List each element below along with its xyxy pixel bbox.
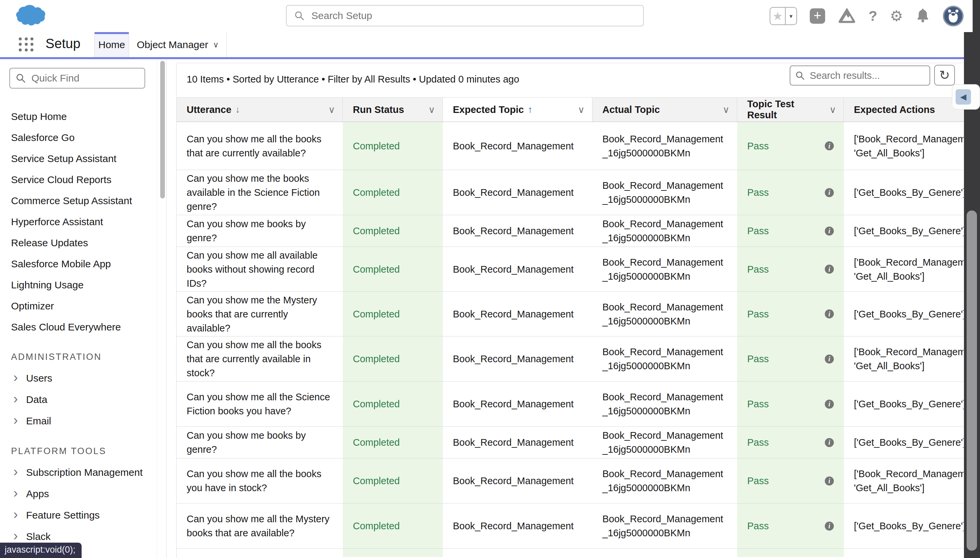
chevron-right-icon[interactable]: › xyxy=(13,471,26,473)
collapse-panel-button[interactable]: ◀ xyxy=(955,89,971,105)
run-status-value: Completed xyxy=(353,139,400,153)
sidebar-item[interactable]: Setup Home xyxy=(0,106,157,127)
global-search-box xyxy=(286,5,644,26)
expected-actions-cell: ['Get_Books_By_Genere'] xyxy=(844,170,964,215)
sidebar-item[interactable]: Release Updates xyxy=(0,232,157,253)
column-header-label: Topic Test Result xyxy=(747,98,825,121)
info-icon[interactable]: i xyxy=(825,309,834,318)
sidebar-group-item[interactable]: › Apps xyxy=(0,483,157,505)
column-menu-chevron-icon[interactable]: ∨ xyxy=(578,104,585,115)
cloud-icon xyxy=(9,3,49,30)
sidebar-group-item[interactable]: › Data xyxy=(0,389,157,410)
app-launcher-button[interactable] xyxy=(19,38,35,52)
expected-topic-cell: Book_Record_Management xyxy=(443,247,592,291)
test-result-value: Pass xyxy=(747,352,769,366)
chevron-right-icon[interactable]: › xyxy=(13,493,26,495)
column-header[interactable]: Expected Topic ↑ ∨ xyxy=(443,98,592,121)
topic-test-result-cell xyxy=(737,549,844,557)
chevron-down-icon: ∨ xyxy=(213,40,219,49)
sidebar-item[interactable]: Lightning Usage xyxy=(0,274,157,295)
actual-topic-cell: Book_Record_Management_16jg5000000BKMn xyxy=(592,382,737,426)
column-header[interactable]: Actual Topic ∨ xyxy=(592,98,737,121)
column-menu-chevron-icon[interactable]: ∨ xyxy=(428,104,435,115)
sidebar-group-item[interactable]: › Email xyxy=(0,410,157,432)
expected-actions-cell: ['Book_Record_Management', 'Get_All_Book… xyxy=(844,336,964,381)
column-header[interactable]: Topic Test Result ∨ xyxy=(737,98,844,121)
sidebar-group-item[interactable]: › Feature Settings xyxy=(0,505,157,526)
sidebar-item[interactable]: Sales Cloud Everywhere xyxy=(0,317,157,338)
topic-test-result-cell: Pass i xyxy=(737,458,844,503)
chevron-right-icon[interactable]: › xyxy=(13,536,26,538)
sidebar-item-label: Release Updates xyxy=(11,237,88,249)
trailhead-button[interactable] xyxy=(838,7,856,25)
refresh-button[interactable]: ↻ xyxy=(934,65,955,85)
results-search-input[interactable] xyxy=(810,70,913,81)
info-icon[interactable]: i xyxy=(825,265,834,274)
setup-gear-button[interactable]: ⚙ xyxy=(890,9,903,23)
info-icon[interactable]: i xyxy=(825,141,834,150)
sidebar-item-label: Service Setup Assistant xyxy=(11,153,116,164)
help-button[interactable]: ? xyxy=(869,8,877,24)
column-header[interactable]: Run Status ∨ xyxy=(343,98,443,121)
favorites-dropdown[interactable]: ▼ xyxy=(785,8,796,25)
sidebar-item[interactable]: Service Setup Assistant xyxy=(0,148,157,169)
info-icon[interactable]: i xyxy=(825,226,834,236)
info-icon[interactable]: i xyxy=(825,400,834,409)
table-row: Can you show me all the books that are c… xyxy=(176,336,964,382)
main-content: 10 Items • Sorted by Utterance • Filter … xyxy=(167,59,964,558)
salesforce-cloud-logo[interactable] xyxy=(9,3,49,31)
column-menu-chevron-icon[interactable]: ∨ xyxy=(723,104,730,115)
sidebar-section: ADMINISTRATION › Users › Data › Email xyxy=(0,346,157,432)
actual-topic-cell: Book_Record_Management_16jg5000000BKMn xyxy=(592,215,737,246)
global-search-input[interactable] xyxy=(311,10,619,21)
sidebar-group-item[interactable]: › Users xyxy=(0,368,157,389)
quick-create-button[interactable]: + xyxy=(810,8,825,24)
right-panel-edge-top xyxy=(973,0,980,32)
chevron-right-icon[interactable]: › xyxy=(13,399,26,400)
topic-test-result-cell: Pass i xyxy=(737,122,844,170)
sidebar-item-label: Subscription Management xyxy=(26,467,143,478)
sidebar-item[interactable]: Optimizer xyxy=(0,295,157,317)
column-header[interactable]: Expected Actions xyxy=(844,98,964,121)
sidebar-section-title: PLATFORM TOOLS xyxy=(0,440,157,462)
info-icon[interactable]: i xyxy=(825,188,834,197)
search-icon xyxy=(15,73,26,84)
sidebar-nav: Setup Home Salesforce Go Service Setup A… xyxy=(0,106,157,547)
column-menu-chevron-icon[interactable]: ∨ xyxy=(328,104,336,115)
sidebar-group-item[interactable]: › Subscription Management xyxy=(0,462,157,483)
page-scrollbar-thumb[interactable] xyxy=(967,210,977,551)
sidebar-item[interactable]: Service Cloud Reports xyxy=(0,169,157,190)
quick-find-input[interactable] xyxy=(31,72,130,84)
info-icon[interactable]: i xyxy=(825,438,834,447)
sidebar-section-title: ADMINISTRATION xyxy=(0,346,157,368)
star-icon[interactable]: ★ xyxy=(770,8,785,25)
actual-topic-value: Book_Record_Management_16jg5000000BKMn xyxy=(602,512,727,540)
sidebar-item[interactable]: Salesforce Mobile App xyxy=(0,253,157,274)
column-header[interactable]: Utterance ↓ ∨ xyxy=(176,98,343,121)
sidebar-item[interactable]: Commerce Setup Assistant xyxy=(0,190,157,211)
chevron-right-icon[interactable]: › xyxy=(13,420,26,422)
test-result-value: Pass xyxy=(747,262,769,276)
actual-topic-value: Book_Record_Management_16jg5000000BKMn xyxy=(602,300,727,328)
info-icon[interactable]: i xyxy=(825,476,834,486)
notifications-button[interactable] xyxy=(916,8,930,25)
sidebar-item[interactable]: Hyperforce Assistant xyxy=(0,211,157,232)
info-icon[interactable]: i xyxy=(825,522,834,531)
expected-topic-value: Book_Record_Management xyxy=(453,435,574,450)
sidebar-item[interactable]: Salesforce Go xyxy=(0,127,157,148)
chevron-right-icon[interactable]: › xyxy=(13,514,26,516)
column-menu-chevron-icon[interactable]: ∨ xyxy=(830,104,837,115)
tab-object-manager[interactable]: Object Manager ∨ xyxy=(129,32,227,57)
run-status-value: Completed xyxy=(353,307,400,321)
table-row: Can you show me all the books that are c… xyxy=(176,122,964,170)
info-icon[interactable]: i xyxy=(825,354,834,364)
utterance-cell: Can you show me books by genre? xyxy=(176,215,343,246)
expected-actions-cell: ['Book_Record_Management', 'Get_All_Book… xyxy=(844,458,964,503)
user-avatar[interactable] xyxy=(942,5,964,27)
utterance-cell: Can you show me books by genre? xyxy=(176,427,343,458)
chevron-right-icon[interactable]: › xyxy=(13,377,26,379)
sidebar-scrollbar-thumb[interactable] xyxy=(160,61,165,199)
favorites-button[interactable]: ★ ▼ xyxy=(770,7,797,25)
sidebar-item-label: Lightning Usage xyxy=(11,279,84,291)
tab-home[interactable]: Home xyxy=(94,32,129,57)
